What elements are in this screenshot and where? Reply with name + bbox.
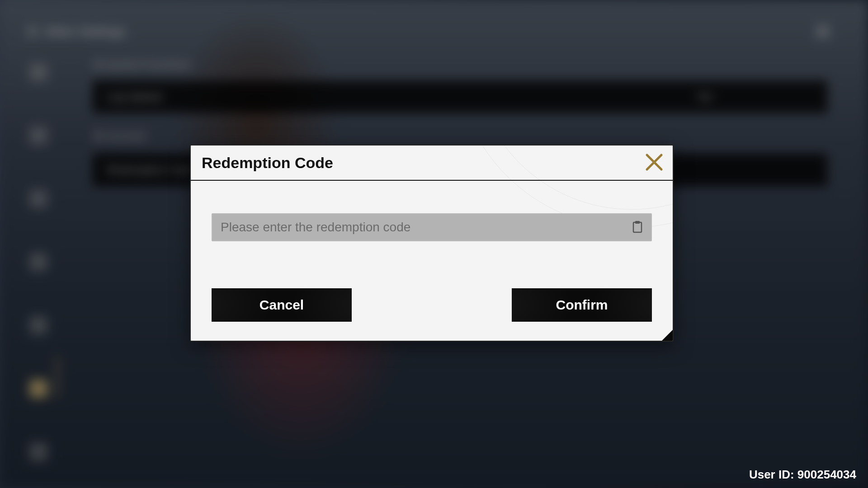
modal-title: Redemption Code [202,154,333,172]
modal-body [191,181,673,241]
confirm-button[interactable]: Confirm [512,288,652,322]
svg-rect-3 [633,222,642,232]
modal-footer: Cancel Confirm [212,288,652,322]
cancel-button-label: Cancel [259,297,304,312]
modal-close-button[interactable] [643,151,665,174]
redemption-code-input-wrap[interactable] [212,213,652,241]
user-id-label: User ID: [749,468,794,481]
close-icon [645,153,663,171]
paste-icon[interactable] [632,221,643,234]
svg-rect-4 [635,221,640,224]
redemption-code-input[interactable] [221,220,632,235]
redemption-code-modal: Redemption Code Cancel Confirm [190,145,674,342]
cancel-button[interactable]: Cancel [212,288,352,322]
user-id-value: 900254034 [797,468,856,481]
confirm-button-label: Confirm [556,297,608,312]
modal-header: Redemption Code [191,145,673,181]
user-id-footer: User ID: 900254034 [749,468,856,482]
